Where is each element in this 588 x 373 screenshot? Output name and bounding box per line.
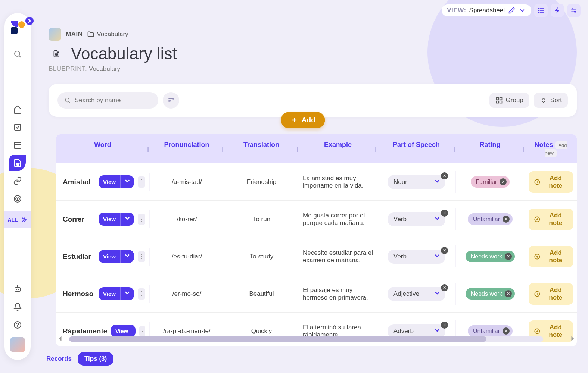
view-button[interactable]: View (99, 213, 134, 226)
row-menu-button[interactable]: ⋮ (138, 214, 145, 225)
view-button[interactable]: View (99, 287, 134, 300)
view-button-label[interactable]: View (99, 289, 120, 299)
th-translation[interactable]: Translation|| (224, 134, 299, 163)
target-icon[interactable] (9, 191, 26, 207)
rating-pill[interactable]: Familiar ✕ (471, 176, 510, 188)
th-word[interactable]: Word|| (56, 134, 149, 163)
view-button-label[interactable]: View (99, 214, 120, 224)
view-button-dropdown[interactable] (120, 287, 134, 300)
pos-select[interactable]: Adverb (388, 324, 445, 338)
col-resize-handle[interactable]: || (296, 146, 297, 152)
view-button-dropdown[interactable] (120, 175, 134, 188)
row-menu-button[interactable]: ⋮ (138, 176, 145, 188)
breadcrumb: MAIN Vocabulary (49, 28, 577, 41)
tab-tips[interactable]: Tips (3) (78, 352, 113, 366)
sidebar: W ALL (4, 13, 31, 360)
calendar-icon[interactable] (9, 137, 26, 153)
horizontal-scrollbar[interactable] (69, 336, 543, 342)
view-selector[interactable]: VIEW: Spreadsheet (442, 4, 531, 16)
th-pronunciation[interactable]: Pronunciation|| (149, 134, 224, 163)
clear-rating-button[interactable]: ✕ (505, 253, 512, 260)
add-button[interactable]: Add (281, 112, 325, 128)
view-button-label[interactable]: View (99, 251, 120, 261)
th-example[interactable]: Example|| (299, 134, 377, 163)
clear-pos-button[interactable]: ✕ (441, 172, 448, 179)
clear-pos-button[interactable]: ✕ (441, 322, 448, 329)
filter-button[interactable] (163, 92, 179, 109)
col-resize-handle[interactable]: || (375, 146, 376, 152)
add-note-button[interactable]: Add note (529, 246, 573, 267)
th-rating[interactable]: Rating|| (455, 134, 525, 163)
th-notes[interactable]: NotesAdd new (525, 134, 577, 163)
row-menu-button[interactable]: ⋮ (139, 326, 145, 337)
clear-rating-button[interactable]: ✕ (503, 327, 510, 335)
app-logo (11, 21, 24, 34)
workspace-thumb[interactable] (49, 28, 61, 41)
help-icon[interactable] (9, 317, 26, 333)
automation-button[interactable] (551, 4, 564, 17)
add-note-button[interactable]: Add note (529, 209, 573, 230)
expand-sidebar-button[interactable] (25, 17, 34, 25)
col-resize-handle[interactable]: || (453, 146, 454, 152)
robot-icon[interactable] (9, 281, 26, 297)
cell-word: Correr View ⋮ (56, 207, 149, 231)
clear-rating-button[interactable]: ✕ (503, 216, 510, 223)
clear-pos-button[interactable]: ✕ (441, 210, 448, 217)
th-part-of-speech[interactable]: Part of Speech|| (377, 134, 455, 163)
view-button-dropdown[interactable] (120, 213, 134, 226)
pos-select[interactable]: Verb (388, 250, 445, 264)
breadcrumb-main[interactable]: MAIN (66, 31, 83, 38)
view-button-label[interactable]: View (111, 326, 133, 336)
cell-word: Estudiar View ⋮ (56, 245, 149, 268)
col-resize-handle[interactable]: || (522, 146, 523, 152)
breadcrumb-folder[interactable]: Vocabulary (87, 31, 128, 38)
view-button[interactable]: View (99, 250, 134, 263)
col-resize-handle[interactable]: || (147, 146, 148, 152)
clear-rating-button[interactable]: ✕ (505, 290, 512, 297)
view-button-label[interactable]: View (99, 177, 120, 187)
search-input-wrap[interactable] (57, 92, 158, 109)
sort-button[interactable]: Sort (534, 93, 568, 108)
sliders-button[interactable] (567, 4, 581, 17)
clear-pos-button[interactable]: ✕ (441, 284, 448, 291)
scroll-right-button[interactable] (568, 334, 577, 343)
clear-rating-button[interactable]: ✕ (500, 178, 507, 185)
tab-records[interactable]: Records (45, 352, 73, 366)
search-icon[interactable] (9, 46, 26, 62)
rating-pill[interactable]: Needs work ✕ (466, 288, 515, 300)
rating-pill[interactable]: Unfamiliar ✕ (468, 213, 513, 225)
pencil-icon[interactable] (508, 7, 516, 14)
bell-icon[interactable] (9, 299, 26, 315)
pos-value: Verb (393, 216, 407, 223)
scrollbar-thumb[interactable] (69, 336, 486, 342)
search-input[interactable] (75, 97, 152, 104)
col-resize-handle[interactable]: || (222, 146, 223, 152)
pos-select[interactable]: Adjective (388, 287, 445, 301)
rating-pill[interactable]: Needs work ✕ (466, 251, 515, 262)
list-settings-button[interactable] (534, 4, 548, 17)
clear-pos-button[interactable]: ✕ (441, 247, 448, 254)
chevron-down-icon[interactable] (519, 7, 526, 14)
view-button[interactable]: View (99, 175, 134, 188)
sidebar-all-button[interactable]: ALL (4, 211, 31, 228)
group-button[interactable]: Group (489, 93, 529, 108)
link-icon[interactable] (9, 173, 26, 189)
view-button-dropdown[interactable] (120, 250, 134, 263)
checkbox-icon[interactable] (9, 119, 26, 135)
pos-select[interactable]: Noun (388, 175, 445, 189)
blueprint-name: Vocabulary (89, 65, 120, 72)
scroll-left-button[interactable] (56, 334, 65, 343)
view-button[interactable]: View (111, 325, 136, 338)
home-icon[interactable] (9, 101, 26, 117)
add-note-button[interactable]: Add note (529, 283, 573, 305)
row-menu-button[interactable]: ⋮ (138, 288, 145, 300)
add-note-button[interactable]: Add note (529, 171, 573, 193)
row-menu-button[interactable]: ⋮ (138, 251, 145, 262)
cell-example: Necesito estudiar para el examen de maña… (299, 244, 377, 269)
table-row: Hermoso View ⋮ /er-mo-so/ Beautiful El p… (56, 275, 577, 313)
view-button-dropdown[interactable] (133, 325, 136, 338)
pos-select[interactable]: Verb (388, 212, 445, 226)
rating-pill[interactable]: Unfamiliar ✕ (468, 325, 513, 337)
workspace-avatar[interactable] (10, 337, 25, 352)
document-icon[interactable]: W (9, 155, 26, 171)
